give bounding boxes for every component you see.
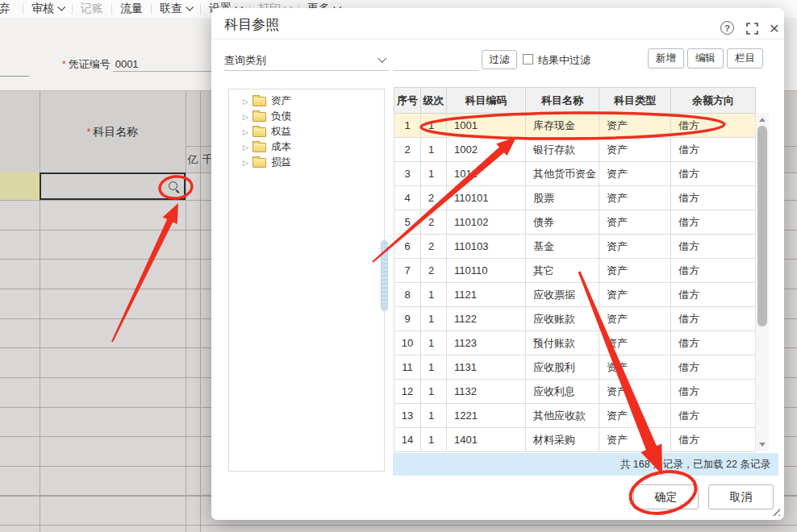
help-icon[interactable]: ? <box>720 21 734 35</box>
column-header-3[interactable]: 科目编码 <box>447 88 526 114</box>
dialog-title: 科目参照 <box>224 15 279 34</box>
column-header-1[interactable]: 序号 <box>394 88 421 114</box>
filter-text-input[interactable] <box>393 50 479 71</box>
column-header-4[interactable]: 科目名称 <box>526 88 599 114</box>
chevron-down-icon <box>57 3 65 11</box>
filter-button[interactable]: 过滤 <box>482 50 517 69</box>
subject-name-column-header: *科目名称 <box>40 91 186 172</box>
scroll-down-icon[interactable] <box>759 443 766 447</box>
tree-item-3[interactable]: ▷权益 <box>229 124 384 139</box>
query-category-select[interactable]: 查询类别 <box>224 50 389 71</box>
folder-icon <box>252 143 266 152</box>
toolbar-item-2[interactable]: 审核 <box>23 2 72 16</box>
voucher-number-value[interactable]: 0001 <box>115 58 139 70</box>
table-row-2[interactable]: 211002银行存款资产借方 <box>394 138 756 162</box>
subject-table: 序号级次科目编码科目名称科目类型余额方向 111001库存现金资产借方21100… <box>394 87 755 452</box>
subject-reference-dialog: 科目参照 ? × 查询类别 过滤 结果中过滤 新增 编辑 栏目 ▷资产▷负债▷权… <box>211 8 784 520</box>
edit-button[interactable]: 编辑 <box>687 48 724 69</box>
filter-in-results-label: 结果中过滤 <box>538 53 590 68</box>
folder-icon <box>252 97 266 106</box>
search-icon[interactable] <box>169 181 177 190</box>
scroll-up-icon[interactable] <box>759 118 766 122</box>
maximize-icon[interactable] <box>745 21 759 35</box>
toolbar-item-4[interactable]: 流量 <box>112 2 151 16</box>
table-row-4[interactable]: 42110101股票资产借方 <box>394 186 756 210</box>
table-row-7[interactable]: 72110110其它资产借方 <box>394 259 756 283</box>
tree-item-5[interactable]: ▷损益 <box>229 155 384 170</box>
expand-triangle-icon[interactable]: ▷ <box>243 159 251 167</box>
column-header-2[interactable]: 级次 <box>421 88 447 114</box>
toolbar-item-3[interactable]: 记账 <box>73 2 111 16</box>
close-icon[interactable]: × <box>767 21 782 35</box>
table-row-13[interactable]: 1311221其他应收款资产借方 <box>394 404 756 428</box>
table-row-10[interactable]: 1011123预付账款资产借方 <box>394 331 756 355</box>
row-indicator-cell <box>0 172 40 201</box>
table-row-14[interactable]: 1411401材料采购资产借方 <box>394 428 756 452</box>
left-field-underline <box>0 76 29 77</box>
table-row-5[interactable]: 52110102债券资产借方 <box>394 210 756 235</box>
chevron-down-icon <box>378 54 386 63</box>
expand-triangle-icon[interactable]: ▷ <box>243 113 251 121</box>
folder-icon <box>252 127 266 137</box>
column-header-5[interactable]: 科目类型 <box>599 88 671 114</box>
columns-button[interactable]: 栏目 <box>727 48 763 69</box>
title-divider <box>211 39 784 39</box>
folder-icon <box>252 158 266 168</box>
tree-item-1[interactable]: ▷资产 <box>229 94 384 109</box>
table-header-row: 序号级次科目编码科目名称科目类型余额方向 <box>394 88 756 114</box>
table-row-1[interactable]: 111001库存现金资产借方 <box>394 114 756 138</box>
table-row-12[interactable]: 1211132应收利息资产借方 <box>394 380 756 404</box>
expand-triangle-icon[interactable]: ▷ <box>243 128 251 136</box>
panel-splitter-handle[interactable] <box>381 240 388 311</box>
expand-triangle-icon[interactable]: ▷ <box>243 143 251 152</box>
table-row-3[interactable]: 311012其他货币资金资产借方 <box>394 162 756 186</box>
table-row-9[interactable]: 911122应收账款资产借方 <box>394 307 756 331</box>
screen: 放弃审核记账流量联查设置打印更多 *凭证编号0001 *科目名称 亿 千 科目参… <box>0 0 797 532</box>
toolbar-item-5[interactable]: 联查 <box>152 2 200 16</box>
table-row-11[interactable]: 1111131应收股利资产借方 <box>394 355 756 380</box>
voucher-number-underline <box>113 71 213 72</box>
chevron-down-icon <box>186 3 194 11</box>
tree-item-2[interactable]: ▷负债 <box>229 109 384 124</box>
voucher-number-field[interactable]: *凭证编号0001 <box>62 57 139 72</box>
tree-item-4[interactable]: ▷成本 <box>229 139 384 155</box>
subject-category-tree: ▷资产▷负债▷权益▷成本▷损益 <box>228 89 385 472</box>
table-row-6[interactable]: 62110103基金资产借方 <box>394 235 756 259</box>
scrollbar-thumb[interactable] <box>757 126 767 326</box>
column-header-6[interactable]: 余额方向 <box>671 88 756 114</box>
record-count-status: 共 168 条记录，已加载 22 条记录 <box>393 453 778 476</box>
ok-button[interactable]: 确定 <box>633 484 699 509</box>
filter-in-results-checkbox[interactable] <box>523 54 533 64</box>
expand-triangle-icon[interactable]: ▷ <box>243 98 251 106</box>
folder-icon <box>252 112 266 122</box>
required-asterisk: * <box>87 127 91 138</box>
new-button[interactable]: 新增 <box>648 48 684 69</box>
table-scrollbar[interactable] <box>755 113 769 451</box>
unit-yi-header: 亿 <box>186 146 200 172</box>
toolbar-item-1[interactable]: 放弃 <box>0 2 23 16</box>
voucher-number-label: 凭证编号 <box>69 58 111 70</box>
cancel-button[interactable]: 取消 <box>708 484 774 509</box>
table-row-8[interactable]: 811121应收票据资产借方 <box>394 283 756 307</box>
subject-name-input[interactable] <box>40 172 186 200</box>
required-asterisk: * <box>62 59 66 70</box>
